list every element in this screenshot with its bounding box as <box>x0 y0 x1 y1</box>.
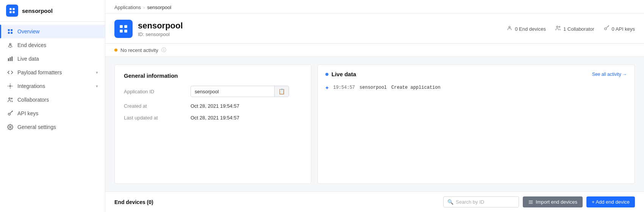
help-icon[interactable]: ⓘ <box>161 47 166 53</box>
sidebar: sensorpool Overview End devices Live dat… <box>0 0 105 212</box>
info-label-created: Created at <box>124 103 184 109</box>
svg-rect-1 <box>13 8 15 10</box>
add-label: + Add end device <box>592 199 630 205</box>
sidebar-item-label-payload: Payload formatters <box>17 69 92 75</box>
search-icon: 🔍 <box>447 199 453 205</box>
sidebar-item-label-api-keys: API keys <box>17 110 98 116</box>
svg-line-33 <box>608 26 608 27</box>
info-row-created: Created at Oct 28, 2021 19:54:57 <box>124 103 302 109</box>
live-panel-header: Live data See all activity → <box>325 71 627 77</box>
content-area: General information Application ID 📋 Cre… <box>105 57 644 192</box>
svg-rect-26 <box>120 30 123 33</box>
sidebar-item-api-keys[interactable]: API keys <box>0 107 105 120</box>
general-info-panel: General information Application ID 📋 Cre… <box>114 64 311 184</box>
sidebar-nav: Overview End devices Live data Payload f… <box>0 22 105 212</box>
breadcrumb-parent[interactable]: Applications <box>114 5 141 10</box>
sidebar-item-label-collaborators: Collaborators <box>17 97 98 103</box>
live-app: sensorpool <box>360 85 387 90</box>
info-row-app-id: Application ID 📋 <box>124 86 302 97</box>
add-end-device-button[interactable]: + Add end device <box>586 196 635 207</box>
info-label-updated: Last updated at <box>124 115 184 121</box>
live-entries: ✚ 19:54:57 sensorpool Create application <box>325 83 627 92</box>
sidebar-item-label-integrations: Integrations <box>17 83 92 89</box>
svg-point-31 <box>604 28 606 30</box>
stat-collaborators-label: 1 Collaborator <box>563 26 594 32</box>
bottom-bar: End devices (0) 🔍 Import end devices + A… <box>105 192 644 212</box>
svg-rect-25 <box>124 25 127 28</box>
live-time: 19:54:57 <box>333 85 355 90</box>
sidebar-item-collaborators[interactable]: Collaborators <box>0 93 105 107</box>
sidebar-item-label-general-settings: General settings <box>17 124 98 130</box>
live-data-panel: Live data See all activity → ✚ 19:54:57 … <box>317 64 635 184</box>
import-end-devices-button[interactable]: Import end devices <box>523 196 583 207</box>
svg-point-29 <box>556 26 558 28</box>
stat-collaborators: 1 Collaborator <box>555 25 594 33</box>
live-panel-title-text: Live data <box>331 71 356 77</box>
sidebar-item-label-live-data: Live data <box>17 56 98 62</box>
sidebar-item-end-devices[interactable]: End devices <box>0 38 105 52</box>
svg-point-18 <box>9 98 10 99</box>
svg-point-30 <box>559 26 560 27</box>
app-header: sensorpool ID: sensorpool 0 End devices … <box>105 14 644 44</box>
import-icon <box>528 199 533 205</box>
app-name: sensorpool <box>138 21 183 31</box>
svg-rect-24 <box>120 25 123 28</box>
breadcrumb: Applications › sensorpool <box>105 0 644 14</box>
svg-rect-12 <box>11 57 13 61</box>
svg-point-8 <box>9 43 11 45</box>
svg-rect-27 <box>124 30 127 33</box>
copy-app-id-button[interactable]: 📋 <box>274 86 289 97</box>
activity-status: No recent activity <box>120 47 158 53</box>
app-id-input[interactable] <box>191 86 274 97</box>
info-value-updated: Oct 28, 2021 19:54:57 <box>191 115 302 121</box>
see-all-activity-link[interactable]: See all activity → <box>592 72 627 77</box>
sidebar-header: sensorpool <box>0 0 105 22</box>
activity-bar: No recent activity ⓘ <box>105 44 644 57</box>
stat-end-devices-label: 0 End devices <box>515 26 546 32</box>
info-input-wrap-app-id: 📋 <box>191 86 289 97</box>
svg-point-23 <box>9 126 11 128</box>
chevron-down-icon-2: ▾ <box>96 84 98 89</box>
sidebar-item-general-settings[interactable]: General settings <box>0 120 105 134</box>
live-dot <box>325 73 328 76</box>
svg-rect-11 <box>10 57 11 61</box>
import-label: Import end devices <box>536 199 577 205</box>
app-id: ID: sensorpool <box>138 31 183 37</box>
stat-end-devices: 0 End devices <box>506 25 546 33</box>
search-input[interactable] <box>456 199 515 205</box>
general-info-title: General information <box>124 72 302 79</box>
svg-rect-6 <box>8 32 10 34</box>
app-info: sensorpool ID: sensorpool <box>138 21 183 37</box>
sidebar-brand: sensorpool <box>22 8 53 14</box>
svg-point-28 <box>509 26 510 28</box>
svg-rect-0 <box>9 8 11 10</box>
stat-api-keys-label: 0 API keys <box>612 26 635 32</box>
sidebar-item-integrations[interactable]: Integrations ▾ <box>0 79 105 93</box>
chevron-down-icon: ▾ <box>96 70 98 75</box>
app-logo-icon <box>119 24 128 34</box>
end-devices-stat-icon <box>506 25 513 33</box>
info-row-updated: Last updated at Oct 28, 2021 19:54:57 <box>124 115 302 121</box>
svg-point-13 <box>9 85 11 87</box>
sidebar-item-overview[interactable]: Overview <box>0 25 105 38</box>
svg-point-19 <box>11 98 13 99</box>
api-keys-stat-icon <box>603 25 610 33</box>
app-stats: 0 End devices 1 Collaborator 0 API keys <box>506 25 635 33</box>
end-devices-count-label: End devices (0) <box>114 199 153 205</box>
devices-icon <box>7 42 14 49</box>
sidebar-item-payload-formatters[interactable]: Payload formatters ▾ <box>0 66 105 79</box>
gear-icon <box>7 124 14 130</box>
svg-rect-7 <box>11 32 13 34</box>
main-content: Applications › sensorpool sensorpool ID:… <box>105 0 644 212</box>
svg-point-20 <box>8 113 10 115</box>
plus-icon: ✚ <box>325 84 328 91</box>
sidebar-logo <box>6 5 18 17</box>
breadcrumb-current: sensorpool <box>147 5 171 10</box>
live-panel-title: Live data <box>325 71 356 77</box>
svg-rect-10 <box>8 58 9 61</box>
sidebar-item-live-data[interactable]: Live data <box>0 52 105 66</box>
svg-rect-3 <box>13 11 15 13</box>
svg-line-22 <box>12 111 13 112</box>
stat-api-keys: 0 API keys <box>603 25 635 33</box>
sidebar-item-label-overview: Overview <box>17 28 98 35</box>
